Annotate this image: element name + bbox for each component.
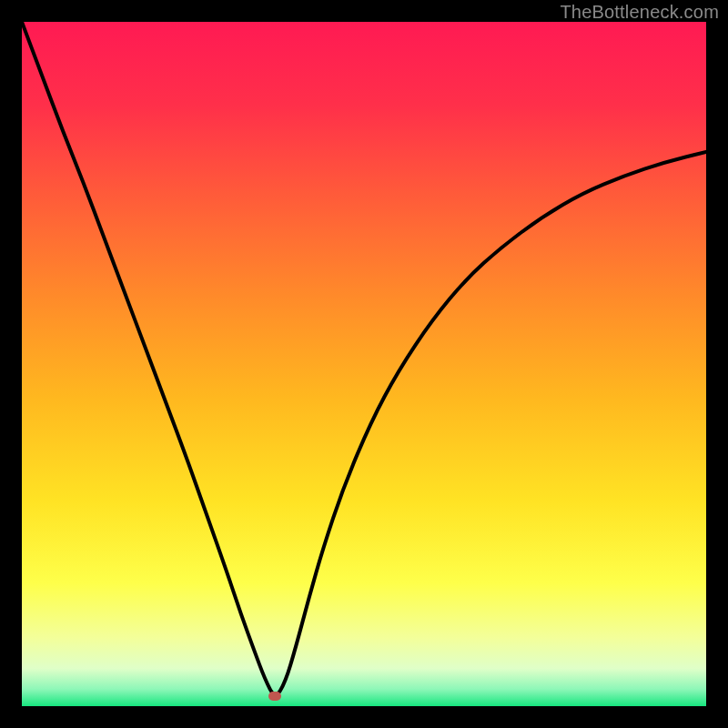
bottleneck-curve — [22, 22, 706, 706]
chart-frame: TheBottleneck.com — [0, 0, 728, 728]
watermark-text: TheBottleneck.com — [560, 2, 719, 23]
plot-area — [22, 22, 706, 706]
optimal-marker — [268, 692, 281, 701]
